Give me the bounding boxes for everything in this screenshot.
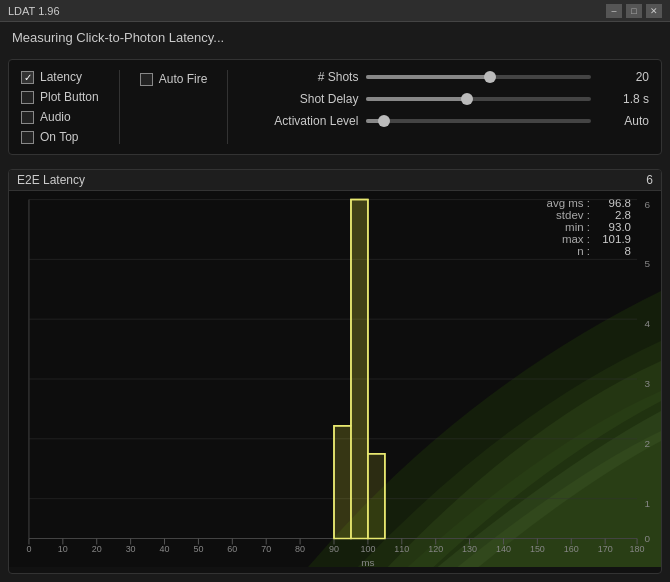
checkbox-box-audio xyxy=(21,111,34,124)
checkbox-label-auto-fire: Auto Fire xyxy=(159,72,208,86)
chart-svg: 6 5 4 3 2 1 0 xyxy=(9,191,661,567)
x-tick-80: 80 xyxy=(295,544,305,554)
chart-bar-90 xyxy=(334,426,351,539)
slider-fill-shots xyxy=(366,75,490,79)
chart-bar-95 xyxy=(351,200,368,539)
e2e-section: E2E Latency 6 xyxy=(8,169,662,574)
e2e-header: E2E Latency 6 xyxy=(9,170,661,191)
slider-label-activation: Activation Level xyxy=(248,114,358,128)
maximize-button[interactable]: □ xyxy=(626,4,642,18)
checkbox-label-audio: Audio xyxy=(40,110,71,124)
y-tick-6: 6 xyxy=(644,199,650,210)
x-tick-150: 150 xyxy=(530,544,545,554)
x-axis-label: ms xyxy=(361,557,374,567)
controls-panel: Latency Plot Button Audio On Top Auto Fi… xyxy=(8,59,662,155)
x-tick-40: 40 xyxy=(160,544,170,554)
x-tick-70: 70 xyxy=(261,544,271,554)
checkbox-box-plot-button xyxy=(21,91,34,104)
slider-thumb-shot-delay xyxy=(461,93,473,105)
slider-thumb-activation xyxy=(378,115,390,127)
checkbox-box-auto-fire xyxy=(140,73,153,86)
checkbox-box-latency xyxy=(21,71,34,84)
x-tick-120: 120 xyxy=(428,544,443,554)
checkbox-label-latency: Latency xyxy=(40,70,82,84)
checkbox-audio[interactable]: Audio xyxy=(21,110,99,124)
slider-track-shot-delay[interactable] xyxy=(366,97,591,101)
slider-row-activation: Activation Level Auto xyxy=(248,114,649,128)
checkbox-on-top[interactable]: On Top xyxy=(21,130,99,144)
y-tick-3: 3 xyxy=(644,378,650,389)
main-container: Measuring Click-to-Photon Latency... Lat… xyxy=(0,22,670,582)
checkbox-label-on-top: On Top xyxy=(40,130,78,144)
slider-row-shots: # Shots 20 xyxy=(248,70,649,84)
close-button[interactable]: ✕ xyxy=(646,4,662,18)
checkbox-auto-fire[interactable]: Auto Fire xyxy=(140,72,208,86)
y-tick-2: 2 xyxy=(644,438,650,449)
y-tick-4: 4 xyxy=(644,318,650,329)
title-bar-text: LDAT 1.96 xyxy=(8,5,606,17)
title-bar-buttons: – □ ✕ xyxy=(606,4,662,18)
slider-value-shot-delay: 1.8 s xyxy=(599,92,649,106)
e2e-right-tick: 6 xyxy=(646,173,653,187)
x-tick-50: 50 xyxy=(193,544,203,554)
title-bar: LDAT 1.96 – □ ✕ xyxy=(0,0,670,22)
x-tick-160: 160 xyxy=(564,544,579,554)
sliders-container: # Shots 20 Shot Delay 1.8 s Activation L… xyxy=(248,70,649,144)
auto-fire-container: Auto Fire xyxy=(140,70,208,144)
x-tick-60: 60 xyxy=(227,544,237,554)
x-tick-90: 90 xyxy=(329,544,339,554)
x-tick-10: 10 xyxy=(58,544,68,554)
slider-thumb-shots xyxy=(484,71,496,83)
y-tick-1: 1 xyxy=(644,498,650,509)
left-controls: Latency Plot Button Audio On Top xyxy=(21,70,99,144)
checkbox-latency[interactable]: Latency xyxy=(21,70,99,84)
slider-value-activation: Auto xyxy=(599,114,649,128)
x-tick-0: 0 xyxy=(26,544,31,554)
x-tick-180: 180 xyxy=(630,544,645,554)
x-tick-130: 130 xyxy=(462,544,477,554)
x-tick-30: 30 xyxy=(126,544,136,554)
divider xyxy=(119,70,120,144)
x-tick-100: 100 xyxy=(360,544,375,554)
checkbox-plot-button[interactable]: Plot Button xyxy=(21,90,99,104)
measuring-label: Measuring Click-to-Photon Latency... xyxy=(8,30,662,45)
chart-bar-100 xyxy=(368,454,385,539)
y-tick-0: 0 xyxy=(644,533,650,544)
slider-row-shot-delay: Shot Delay 1.8 s xyxy=(248,92,649,106)
slider-value-shots: 20 xyxy=(599,70,649,84)
slider-track-activation[interactable] xyxy=(366,119,591,123)
x-tick-20: 20 xyxy=(92,544,102,554)
slider-fill-shot-delay xyxy=(366,97,467,101)
x-tick-110: 110 xyxy=(394,544,409,554)
chart-container: 6 5 4 3 2 1 0 xyxy=(9,191,661,567)
divider2 xyxy=(227,70,228,144)
slider-label-shots: # Shots xyxy=(248,70,358,84)
minimize-button[interactable]: – xyxy=(606,4,622,18)
x-tick-140: 140 xyxy=(496,544,511,554)
e2e-title: E2E Latency xyxy=(17,173,85,187)
checkbox-box-on-top xyxy=(21,131,34,144)
y-tick-5: 5 xyxy=(644,258,650,269)
slider-label-shot-delay: Shot Delay xyxy=(248,92,358,106)
e2e-body: Latency is 101.9 ms. Latency is 96.8 ms.… xyxy=(9,191,661,567)
slider-track-shots[interactable] xyxy=(366,75,591,79)
x-tick-170: 170 xyxy=(598,544,613,554)
checkbox-label-plot-button: Plot Button xyxy=(40,90,99,104)
